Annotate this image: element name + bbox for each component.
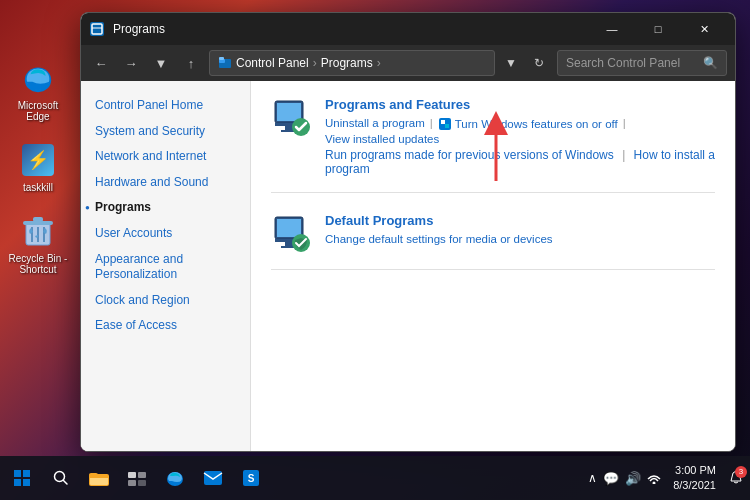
programs-window: Programs — □ ✕ ← → ▼ ↑ Contr [80, 12, 736, 452]
window-body: Control Panel Home System and Security N… [81, 81, 735, 452]
svg-rect-21 [441, 120, 445, 124]
taskbar-file-explorer[interactable] [82, 461, 116, 495]
up-button[interactable]: ↑ [179, 51, 203, 75]
view-updates-link[interactable]: View installed updates [325, 133, 439, 145]
default-programs-content: Default Programs Change default settings… [325, 213, 553, 253]
sidebar-item-appearance[interactable]: Appearance and Personalization [81, 247, 250, 288]
svg-text:S: S [248, 473, 255, 484]
taskkill-label: taskkill [23, 182, 53, 193]
svg-line-35 [64, 481, 68, 485]
sidebar-item-hardware[interactable]: Hardware and Sound [81, 170, 250, 196]
forward-button[interactable]: → [119, 51, 143, 75]
desktop-icon-taskkill[interactable]: ⚡ taskkill [8, 142, 68, 193]
address-path[interactable]: Control Panel › Programs › [209, 50, 495, 76]
edge-label: MicrosoftEdge [18, 100, 59, 122]
recycle-label: Recycle Bin -Shortcut [9, 253, 68, 275]
path-icon [218, 55, 232, 72]
taskbar-clock[interactable]: 3:00 PM 8/3/2021 [665, 463, 724, 494]
edge-icon [20, 60, 56, 96]
programs-features-content: Programs and Features Uninstall a progra… [325, 97, 715, 176]
back-button[interactable]: ← [89, 51, 113, 75]
search-icon: 🔍 [703, 56, 718, 70]
desktop-icons: MicrosoftEdge ⚡ taskkill [8, 60, 68, 275]
taskbar-edge[interactable] [158, 461, 192, 495]
sidebar-item-network[interactable]: Network and Internet [81, 144, 250, 170]
sidebar: Control Panel Home System and Security N… [81, 81, 251, 452]
default-programs-title[interactable]: Default Programs [325, 213, 553, 228]
refresh-button[interactable]: ↻ [527, 51, 551, 75]
run-programs-link[interactable]: Run programs made for previous versions … [325, 148, 614, 162]
path-programs[interactable]: Programs [321, 56, 373, 70]
taskbar-right: ∧ 💬 🔊 3:00 PM 8/3/2021 [588, 463, 750, 494]
programs-features-section: Programs and Features Uninstall a progra… [271, 97, 715, 193]
maximize-button[interactable]: □ [635, 13, 681, 45]
taskbar-sys-icons: ∧ 💬 🔊 [588, 470, 661, 486]
path-control-panel[interactable]: Control Panel [236, 56, 309, 70]
svg-rect-32 [14, 479, 21, 486]
desktop: MicrosoftEdge ⚡ taskkill [0, 0, 750, 500]
dropdown-button[interactable]: ▼ [149, 51, 173, 75]
svg-rect-24 [277, 219, 301, 237]
svg-rect-33 [23, 479, 30, 486]
taskbar-store[interactable]: S [234, 461, 268, 495]
window-icon [89, 21, 105, 37]
programs-features-icon [271, 97, 311, 137]
path-dropdown[interactable]: ▼ [501, 50, 521, 76]
programs-features-title[interactable]: Programs and Features [325, 97, 715, 112]
taskbar-mail[interactable] [196, 461, 230, 495]
svg-rect-31 [23, 470, 30, 477]
svg-rect-26 [285, 242, 293, 246]
sidebar-item-system-security[interactable]: System and Security [81, 119, 250, 145]
svg-rect-17 [285, 126, 293, 130]
notification-badge: 3 [735, 466, 747, 478]
default-programs-section: Default Programs Change default settings… [271, 213, 715, 270]
svg-rect-22 [445, 124, 449, 128]
sidebar-item-clock[interactable]: Clock and Region [81, 288, 250, 314]
search-box[interactable]: Search Control Panel 🔍 [557, 50, 727, 76]
recycle-icon [20, 213, 56, 249]
taskbar: S ∧ 💬 🔊 3:00 PM 8/3/2021 [0, 456, 750, 500]
sidebar-item-ease[interactable]: Ease of Access [81, 313, 250, 339]
programs-features-links: Uninstall a program | Turn Windows featu… [325, 117, 715, 145]
svg-rect-15 [277, 103, 301, 121]
taskbar-search-button[interactable] [44, 456, 78, 500]
search-placeholder: Search Control Panel [566, 56, 680, 70]
windows-features-link[interactable]: Turn Windows features on or off [438, 117, 618, 131]
sidebar-item-programs[interactable]: Programs [81, 195, 250, 221]
svg-rect-42 [128, 480, 136, 486]
taskkill-icon: ⚡ [20, 142, 56, 178]
chevron-up-icon[interactable]: ∧ [588, 471, 597, 485]
svg-rect-43 [138, 480, 146, 486]
start-button[interactable] [0, 456, 44, 500]
minimize-button[interactable]: — [589, 13, 635, 45]
taskbar-apps: S [82, 461, 268, 495]
svg-rect-40 [128, 472, 136, 478]
title-bar: Programs — □ ✕ [81, 13, 735, 45]
sidebar-item-control-panel-home[interactable]: Control Panel Home [81, 93, 250, 119]
svg-rect-4 [33, 217, 43, 222]
default-programs-icon [271, 213, 311, 253]
svg-point-49 [653, 482, 656, 485]
network-icon[interactable] [647, 470, 661, 486]
desktop-icon-recycle[interactable]: Recycle Bin -Shortcut [8, 213, 68, 275]
close-button[interactable]: ✕ [681, 13, 727, 45]
chat-icon[interactable]: 💬 [603, 471, 619, 486]
desktop-icon-edge[interactable]: MicrosoftEdge [8, 60, 68, 122]
address-bar: ← → ▼ ↑ Control Panel › Programs › ▼ ↻ [81, 45, 735, 81]
sidebar-item-user-accounts[interactable]: User Accounts [81, 221, 250, 247]
taskbar-task-view[interactable] [120, 461, 154, 495]
svg-rect-46 [204, 471, 222, 485]
volume-icon[interactable]: 🔊 [625, 471, 641, 486]
svg-rect-30 [14, 470, 21, 477]
window-controls: — □ ✕ [589, 13, 727, 45]
svg-rect-41 [138, 472, 146, 478]
main-content: Programs and Features Uninstall a progra… [251, 81, 735, 452]
svg-rect-13 [219, 57, 224, 60]
uninstall-link[interactable]: Uninstall a program [325, 117, 425, 131]
default-programs-link[interactable]: Change default settings for media or dev… [325, 233, 553, 245]
svg-rect-39 [90, 475, 108, 478]
window-title: Programs [113, 22, 589, 36]
notification-icon[interactable]: 3 [728, 469, 744, 488]
